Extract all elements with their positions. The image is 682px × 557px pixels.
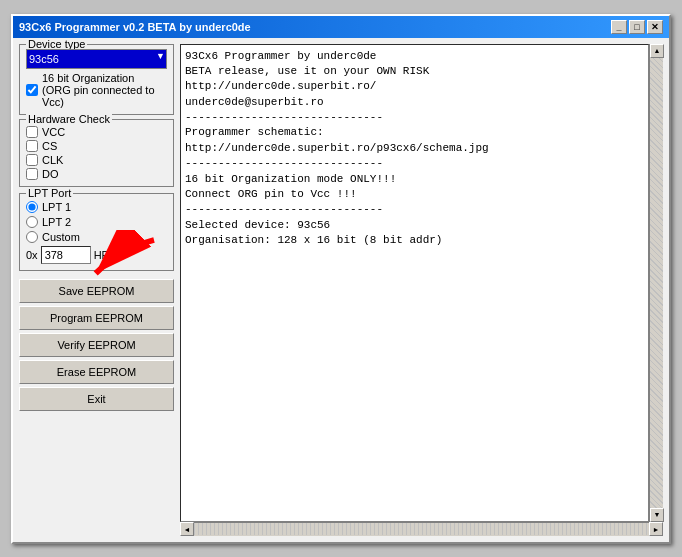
scroll-track-h — [194, 523, 649, 535]
hw-vcc-row: VCC — [26, 126, 167, 138]
lpt2-radio[interactable] — [26, 216, 38, 228]
hardware-check-group: Hardware Check VCC CS CLK DO — [19, 119, 174, 187]
hardware-check-label: Hardware Check — [26, 113, 112, 125]
hw-clk-checkbox[interactable] — [26, 154, 38, 166]
close-button[interactable]: ✕ — [647, 20, 663, 34]
hw-cs-row: CS — [26, 140, 167, 152]
action-buttons: Save EEPROM Program EEPROM Verify EEPROM… — [19, 279, 174, 411]
custom-prefix: 0x — [26, 249, 38, 261]
lpt-port-label: LPT Port — [26, 187, 73, 199]
lpt1-label: LPT 1 — [42, 201, 71, 213]
output-line: 16 bit Organization mode ONLY!!! — [185, 172, 644, 187]
output-line: underc0de@superbit.ro — [185, 95, 644, 110]
output-line: Selected device: 93c56 — [185, 218, 644, 233]
hw-cs-checkbox[interactable] — [26, 140, 38, 152]
output-line: ------------------------------ — [185, 110, 644, 125]
lpt1-radio[interactable] — [26, 201, 38, 213]
org-checkbox[interactable] — [26, 84, 38, 96]
device-type-select[interactable]: 93c56 93c46 93c66 93c86 — [26, 49, 167, 69]
lpt-port-group: LPT Port LPT 1 LPT 2 Custom 0x HEX — [19, 193, 174, 271]
right-panel: 93Cx6 Programmer by underc0deBETA releas… — [180, 44, 663, 536]
scroll-left-button[interactable]: ◄ — [180, 522, 194, 536]
hw-clk-row: CLK — [26, 154, 167, 166]
output-line: http://underc0de.superbit.ro/ — [185, 79, 644, 94]
output-line: 93Cx6 Programmer by underc0de — [185, 49, 644, 64]
hw-clk-label: CLK — [42, 154, 63, 166]
buttons-area: Save EEPROM Program EEPROM Verify EEPROM… — [19, 275, 174, 411]
minimize-button[interactable]: _ — [611, 20, 627, 34]
scroll-right-button[interactable]: ► — [649, 522, 663, 536]
verify-eeprom-button[interactable]: Verify EEPROM — [19, 333, 174, 357]
lpt2-label: LPT 2 — [42, 216, 71, 228]
maximize-button[interactable]: □ — [629, 20, 645, 34]
output-line: http://underc0de.superbit.ro/p93cx6/sche… — [185, 141, 644, 156]
output-line: Organisation: 128 x 16 bit (8 bit addr) — [185, 233, 644, 248]
output-line: ------------------------------ — [185, 156, 644, 171]
custom-row: Custom — [26, 231, 167, 243]
custom-label: Custom — [42, 231, 80, 243]
scroll-down-button[interactable]: ▼ — [650, 508, 664, 522]
scroll-up-button[interactable]: ▲ — [650, 44, 664, 58]
hw-vcc-checkbox[interactable] — [26, 126, 38, 138]
device-type-group: Device type 93c56 93c46 93c66 93c86 16 b… — [19, 44, 174, 115]
vertical-scrollbar[interactable]: ▲ ▼ — [649, 44, 663, 522]
erase-eeprom-button[interactable]: Erase EEPROM — [19, 360, 174, 384]
custom-input-row: 0x HEX — [26, 246, 167, 264]
custom-radio[interactable] — [26, 231, 38, 243]
hw-do-label: DO — [42, 168, 59, 180]
main-window: 93Cx6 Programmer v0.2 BETA by underc0de … — [11, 14, 671, 544]
custom-hex-label: HEX — [94, 249, 117, 261]
org-label: 16 bit Organization (ORG pin connected t… — [42, 72, 167, 108]
left-panel: Device type 93c56 93c46 93c66 93c86 16 b… — [19, 44, 174, 536]
org-checkbox-row: 16 bit Organization (ORG pin connected t… — [26, 72, 167, 108]
lpt1-row: LPT 1 — [26, 201, 167, 213]
hw-do-checkbox[interactable] — [26, 168, 38, 180]
lpt2-row: LPT 2 — [26, 216, 167, 228]
output-line: ------------------------------ — [185, 202, 644, 217]
horizontal-scrollbar[interactable]: ◄ ► — [180, 522, 663, 536]
output-area[interactable]: 93Cx6 Programmer by underc0deBETA releas… — [180, 44, 649, 522]
output-inner: 93Cx6 Programmer by underc0deBETA releas… — [180, 44, 663, 522]
exit-button[interactable]: Exit — [19, 387, 174, 411]
hw-vcc-label: VCC — [42, 126, 65, 138]
hw-cs-label: CS — [42, 140, 57, 152]
window-content: Device type 93c56 93c46 93c66 93c86 16 b… — [13, 38, 669, 542]
output-line: Programmer schematic: — [185, 125, 644, 140]
program-eeprom-button[interactable]: Program EEPROM — [19, 306, 174, 330]
scroll-track-v — [650, 58, 663, 508]
title-bar: 93Cx6 Programmer v0.2 BETA by underc0de … — [13, 16, 669, 38]
output-line: BETA release, use it on your OWN RISK — [185, 64, 644, 79]
custom-hex-input[interactable] — [41, 246, 91, 264]
window-title: 93Cx6 Programmer v0.2 BETA by underc0de — [19, 21, 251, 33]
title-bar-buttons: _ □ ✕ — [611, 20, 663, 34]
device-type-select-wrapper: 93c56 93c46 93c66 93c86 — [26, 49, 167, 69]
hw-do-row: DO — [26, 168, 167, 180]
save-eeprom-button[interactable]: Save EEPROM — [19, 279, 174, 303]
output-line: Connect ORG pin to Vcc !!! — [185, 187, 644, 202]
